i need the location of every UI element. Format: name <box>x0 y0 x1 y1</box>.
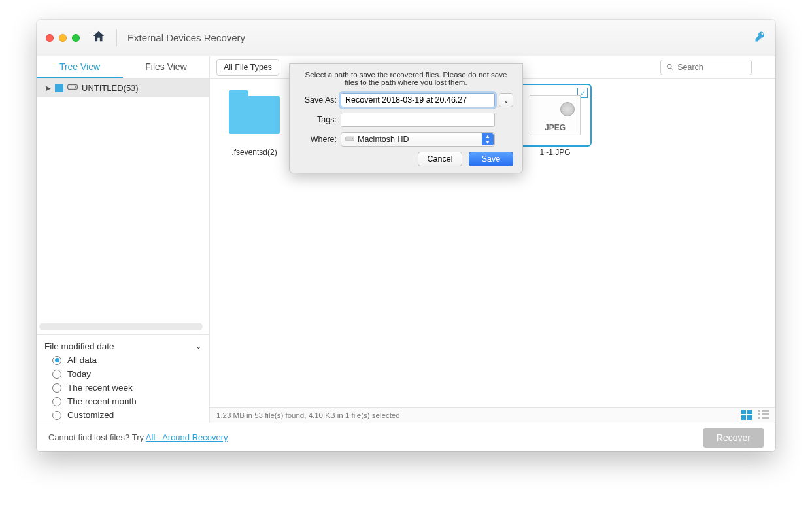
tab-files-view[interactable]: Files View <box>123 56 209 78</box>
footer: Cannot find lost files? Try All - Around… <box>37 423 775 451</box>
dialog-message: Select a path to save the recovered file… <box>299 71 513 86</box>
radio-label: The recent week <box>67 383 133 393</box>
tree-item-untitled[interactable]: ▶ UNTITLED(53) <box>37 79 209 97</box>
svg-rect-3 <box>747 410 752 414</box>
file-label: 1~1.JPG <box>518 148 592 157</box>
radio-recent-month[interactable]: The recent month <box>52 396 201 406</box>
radio-icon <box>52 397 61 406</box>
footer-prefix: Cannot find lost files? Try <box>48 432 146 442</box>
radio-label: All data <box>67 355 97 365</box>
tags-field[interactable] <box>341 113 495 127</box>
search-icon <box>666 63 673 71</box>
checkbox-icon[interactable] <box>55 84 63 92</box>
page-title: External Devices Recovery <box>127 32 245 43</box>
where-select[interactable]: Macintosh HD ▲▼ <box>341 132 495 147</box>
svg-rect-8 <box>758 413 760 415</box>
where-value: Macintosh HD <box>358 135 409 144</box>
svg-rect-7 <box>762 410 769 412</box>
chevron-down-icon: ⌄ <box>195 342 201 351</box>
sidebar: ▶ UNTITLED(53) File modified date ⌄ <box>37 79 210 423</box>
drive-icon <box>67 82 78 94</box>
recover-button[interactable]: Recover <box>703 428 764 448</box>
save-dialog: Select a path to save the recovered file… <box>289 63 523 173</box>
title-bar: External Devices Recovery <box>37 20 775 56</box>
expand-dialog-button[interactable]: ⌄ <box>499 93 513 107</box>
svg-rect-2 <box>741 410 746 414</box>
app-window: External Devices Recovery Tree View File… <box>37 20 775 451</box>
save-as-label: Save As: <box>299 96 337 105</box>
svg-rect-11 <box>762 417 769 419</box>
folder-icon <box>229 96 280 134</box>
minimize-icon[interactable] <box>59 34 67 42</box>
radio-customized[interactable]: Customized <box>52 410 201 420</box>
file-item-folder[interactable]: .fseventsd(2) <box>218 85 291 157</box>
radio-recent-week[interactable]: The recent week <box>52 383 201 393</box>
hdd-icon <box>345 135 358 145</box>
file-type-filter[interactable]: All File Types <box>216 59 279 76</box>
divider <box>116 29 117 46</box>
radio-all-data[interactable]: All data <box>52 355 201 365</box>
radio-icon <box>52 370 61 379</box>
list-view-icon[interactable] <box>758 410 769 421</box>
save-button[interactable]: Save <box>469 152 513 166</box>
svg-rect-4 <box>741 415 746 420</box>
footer-text: Cannot find lost files? Try All - Around… <box>48 432 228 442</box>
svg-rect-5 <box>747 415 752 420</box>
chevron-right-icon[interactable]: ▶ <box>46 84 51 92</box>
filter-panel-header[interactable]: File modified date ⌄ <box>44 340 201 355</box>
status-text: 1.23 MB in 53 file(s) found, 4.10 KB in … <box>216 412 400 419</box>
cancel-button[interactable]: Cancel <box>418 152 462 166</box>
radio-label: Today <box>67 369 91 379</box>
key-icon[interactable] <box>754 31 766 45</box>
search-field[interactable] <box>677 63 746 72</box>
file-item-jpeg[interactable]: ✓ JPEG 1~1.JPG <box>518 85 592 157</box>
jpeg-badge: JPEG <box>545 123 566 132</box>
save-as-field[interactable] <box>341 93 495 107</box>
maximize-icon[interactable] <box>72 34 80 42</box>
tags-label: Tags: <box>299 115 337 124</box>
search-input[interactable] <box>660 60 752 75</box>
svg-rect-10 <box>758 417 760 419</box>
status-bar: 1.23 MB in 53 file(s) found, 4.10 KB in … <box>210 407 775 423</box>
window-controls <box>46 34 80 42</box>
radio-label: Customized <box>67 410 114 420</box>
file-label: .fseventsd(2) <box>218 148 291 157</box>
home-icon[interactable] <box>92 29 106 46</box>
close-icon[interactable] <box>46 34 54 42</box>
grid-view-icon[interactable] <box>741 410 752 421</box>
radio-icon <box>52 411 61 420</box>
jpeg-icon: JPEG <box>530 95 581 135</box>
svg-point-13 <box>352 138 352 139</box>
horizontal-scrollbar[interactable] <box>39 323 203 330</box>
svg-rect-6 <box>758 410 760 412</box>
tree-panel: ▶ UNTITLED(53) <box>37 79 209 334</box>
where-label: Where: <box>299 135 337 144</box>
radio-label: The recent month <box>67 396 137 406</box>
radio-icon <box>52 383 61 393</box>
radio-icon <box>52 356 61 365</box>
filter-panel: File modified date ⌄ All data Today The … <box>37 334 209 423</box>
filter-panel-title: File modified date <box>44 342 114 351</box>
all-around-recovery-link[interactable]: All - Around Recovery <box>146 432 228 442</box>
svg-rect-9 <box>762 413 769 415</box>
tab-tree-view[interactable]: Tree View <box>37 56 123 78</box>
svg-point-1 <box>75 86 76 88</box>
tree-item-label: UNTITLED(53) <box>82 83 139 93</box>
radio-today[interactable]: Today <box>52 369 201 379</box>
select-stepper-icon: ▲▼ <box>482 133 494 145</box>
